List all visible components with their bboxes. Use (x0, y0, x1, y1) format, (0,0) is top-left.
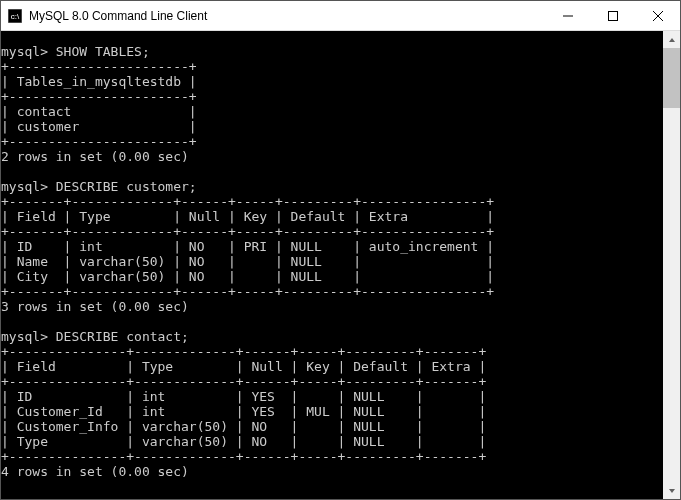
minimize-button[interactable] (545, 1, 590, 30)
scroll-thumb[interactable] (663, 48, 680, 108)
content-area: mysql> SHOW TABLES; +-------------------… (1, 31, 680, 499)
titlebar[interactable]: c:\ MySQL 8.0 Command Line Client (1, 1, 680, 31)
maximize-button[interactable] (590, 1, 635, 30)
close-button[interactable] (635, 1, 680, 30)
svg-marker-7 (669, 489, 675, 493)
window-controls (545, 1, 680, 30)
app-icon: c:\ (7, 8, 23, 24)
svg-text:c:\: c:\ (11, 12, 20, 21)
terminal-output[interactable]: mysql> SHOW TABLES; +-------------------… (1, 44, 663, 486)
scroll-track[interactable] (663, 48, 680, 482)
window-title: MySQL 8.0 Command Line Client (29, 9, 545, 23)
svg-marker-6 (669, 38, 675, 42)
scroll-up-arrow[interactable] (663, 31, 680, 48)
app-window: c:\ MySQL 8.0 Command Line Client mysql>… (0, 0, 681, 500)
vertical-scrollbar[interactable] (663, 31, 680, 499)
svg-rect-3 (608, 11, 617, 20)
scroll-down-arrow[interactable] (663, 482, 680, 499)
